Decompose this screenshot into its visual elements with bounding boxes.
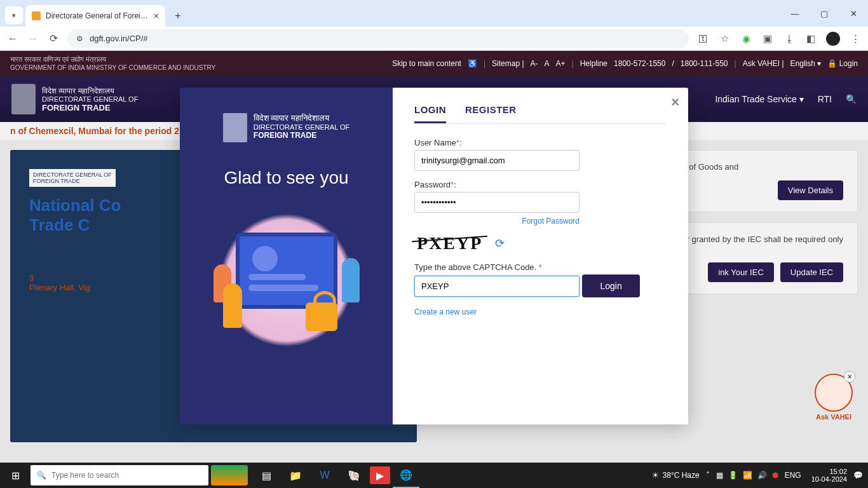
- address-bar[interactable]: ⚙ dgft.gov.in/CP/#: [67, 29, 689, 48]
- auth-tabs: LOGIN REGISTER: [414, 104, 667, 124]
- favicon: [32, 11, 41, 20]
- bookmark-star-icon[interactable]: ☆: [718, 32, 731, 45]
- tab-login[interactable]: LOGIN: [414, 104, 446, 123]
- side-panel-icon[interactable]: ◧: [804, 32, 817, 45]
- app-icon-1[interactable]: 🐚: [341, 463, 367, 488]
- modal-right-panel: LOGIN REGISTER User Name*: Password*: Fo…: [393, 88, 688, 424]
- window-close-button[interactable]: ✕: [839, 0, 868, 27]
- browser-tab-strip: ▾ Directorate General of Foreign × +: [0, 0, 868, 27]
- taskbar-search[interactable]: 🔍 Type here to search: [31, 465, 208, 485]
- modal-welcome-text: Glad to see you: [224, 168, 348, 188]
- chrome-icon[interactable]: 🌐: [393, 463, 419, 488]
- modal-emblem-icon: [223, 113, 247, 142]
- modal-brand-en2: FOREIGN TRADE: [254, 131, 349, 140]
- clock-date: 10-04-2024: [811, 475, 847, 483]
- modal-brand-en1: DIRECTORATE GENERAL OF: [254, 123, 349, 131]
- window-controls: — ▢ ✕: [780, 0, 868, 27]
- windows-taskbar: ⊞ 🔍 Type here to search ▤ 📁 W 🐚 ▶ 🌐 ☀ 38…: [0, 463, 868, 488]
- tray-battery-icon[interactable]: 🔋: [728, 471, 738, 480]
- word-icon[interactable]: W: [311, 463, 338, 488]
- modal-overlay: × विदेश व्यापार महानिदेशालय DIRECTORATE …: [0, 51, 868, 463]
- tab-close-icon[interactable]: ×: [154, 11, 159, 21]
- reload-button[interactable]: ⟳: [47, 32, 60, 44]
- clock-time: 15:02: [811, 468, 847, 475]
- site-info-icon[interactable]: ⚙: [76, 34, 83, 43]
- profile-avatar[interactable]: [826, 32, 840, 46]
- create-user-link[interactable]: Create a new user: [414, 308, 477, 316]
- browser-toolbar: ← → ⟳ ⚙ dgft.gov.in/CP/# ⚿ ☆ ◉ ▣ ⭳ ◧ ⋮: [0, 27, 868, 51]
- captcha-refresh-icon[interactable]: ⟳: [495, 236, 505, 250]
- tray-icons: ▦ 🔋 📶 🔊 ⬢: [716, 471, 778, 480]
- downloads-icon[interactable]: ⭳: [783, 32, 796, 45]
- tray-icon[interactable]: ▦: [716, 471, 723, 480]
- notifications-icon[interactable]: 💬: [853, 471, 863, 480]
- window-maximize-button[interactable]: ▢: [810, 0, 839, 27]
- forgot-password-link[interactable]: Forgot Password: [414, 217, 580, 226]
- password-input[interactable]: [414, 192, 580, 213]
- back-button[interactable]: ←: [6, 33, 19, 44]
- tab-search-button[interactable]: ▾: [5, 6, 23, 24]
- login-modal: × विदेश व्यापार महानिदेशालय DIRECTORATE …: [180, 88, 688, 424]
- extensions-puzzle-icon[interactable]: ▣: [761, 32, 774, 45]
- captcha-input[interactable]: [414, 276, 580, 297]
- tab-title: Directorate General of Foreign: [46, 11, 149, 20]
- tray-language[interactable]: ENG: [785, 471, 801, 480]
- weather-widget[interactable]: ☀ 38°C Haze: [652, 471, 700, 480]
- new-tab-button[interactable]: +: [169, 7, 187, 25]
- forward-button[interactable]: →: [27, 33, 39, 44]
- file-explorer-icon[interactable]: 📁: [282, 463, 309, 488]
- browser-tab-active[interactable]: Directorate General of Foreign ×: [25, 5, 165, 27]
- tray-chevron-icon[interactable]: ˄: [706, 471, 710, 480]
- chatbot-close-icon[interactable]: ×: [844, 371, 855, 383]
- tray-network-icon[interactable]: 📶: [743, 471, 752, 480]
- chatbot-label: Ask VAHEI: [815, 413, 853, 421]
- chatbot-widget[interactable]: × Ask VAHEI: [815, 374, 853, 421]
- taskbar-clock[interactable]: 15:02 10-04-2024: [811, 468, 847, 483]
- anydesk-icon[interactable]: ▶: [370, 466, 390, 484]
- captcha-row: PXEYP ⟳: [414, 233, 667, 254]
- start-button[interactable]: ⊞: [0, 470, 31, 482]
- username-label: User Name*:: [414, 138, 667, 147]
- browser-menu-icon[interactable]: ⋮: [849, 32, 862, 45]
- password-label: Password*:: [414, 180, 667, 189]
- search-placeholder: Type here to search: [51, 471, 119, 480]
- search-icon: 🔍: [37, 471, 46, 480]
- modal-left-panel: विदेश व्यापार महानिदेशालय DIRECTORATE GE…: [180, 88, 393, 424]
- toolbar-actions: ⚿ ☆ ◉ ▣ ⭳ ◧ ⋮: [696, 32, 862, 46]
- modal-brand-hi: विदेश व्यापार महानिदेशालय: [254, 113, 349, 123]
- system-tray: ☀ 38°C Haze ˄ ▦ 🔋 📶 🔊 ⬢ ENG 15:02 10-04-…: [652, 468, 868, 483]
- tray-volume-icon[interactable]: 🔊: [757, 471, 767, 480]
- taskbar-widget-icon[interactable]: [211, 465, 248, 485]
- url-text: dgft.gov.in/CP/#: [90, 34, 148, 43]
- page-viewport: भारत सरकार वाणिज्य एवं उद्योग मंत्रालय G…: [0, 51, 868, 463]
- window-minimize-button[interactable]: —: [780, 0, 810, 27]
- extension-icon[interactable]: ◉: [740, 32, 752, 45]
- login-illustration: [204, 207, 369, 353]
- tray-security-icon[interactable]: ⬢: [772, 471, 778, 480]
- login-submit-button[interactable]: Login: [582, 274, 639, 297]
- password-key-icon[interactable]: ⚿: [696, 32, 709, 45]
- username-input[interactable]: [414, 150, 580, 171]
- captcha-image: PXEYP: [414, 233, 485, 254]
- chatbot-avatar-icon: ×: [815, 374, 853, 412]
- taskbar-apps: ▤ 📁 W 🐚 ▶ 🌐: [253, 463, 419, 488]
- captcha-label: Type the above CAPTCHA Code. *: [414, 262, 667, 272]
- task-view-icon[interactable]: ▤: [253, 463, 280, 488]
- tab-register[interactable]: REGISTER: [465, 104, 517, 123]
